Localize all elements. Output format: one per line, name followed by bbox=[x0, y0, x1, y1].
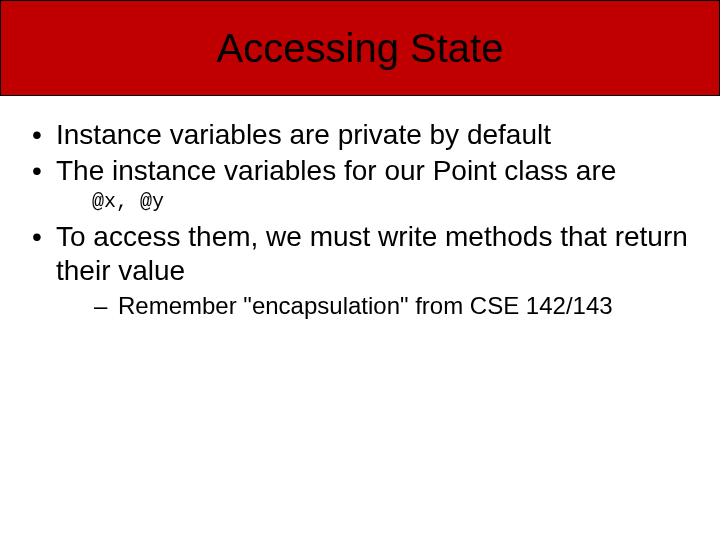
slide-title: Accessing State bbox=[217, 26, 504, 71]
slide-content: Instance variables are private by defaul… bbox=[0, 96, 720, 321]
bullet-list: Instance variables are private by defaul… bbox=[24, 118, 696, 188]
code-text: @x, @y bbox=[92, 190, 696, 214]
sub-bullet-item: Remember "encapsulation" from CSE 142/14… bbox=[94, 291, 696, 321]
bullet-item: The instance variables for our Point cla… bbox=[24, 154, 696, 188]
bullet-text: To access them, we must write methods th… bbox=[56, 221, 688, 286]
bullet-list: To access them, we must write methods th… bbox=[24, 220, 696, 320]
slide: Accessing State Instance variables are p… bbox=[0, 0, 720, 540]
bullet-item: Instance variables are private by defaul… bbox=[24, 118, 696, 152]
sub-bullet-list: Remember "encapsulation" from CSE 142/14… bbox=[94, 291, 696, 321]
bullet-item: To access them, we must write methods th… bbox=[24, 220, 696, 320]
title-bar: Accessing State bbox=[0, 0, 720, 96]
